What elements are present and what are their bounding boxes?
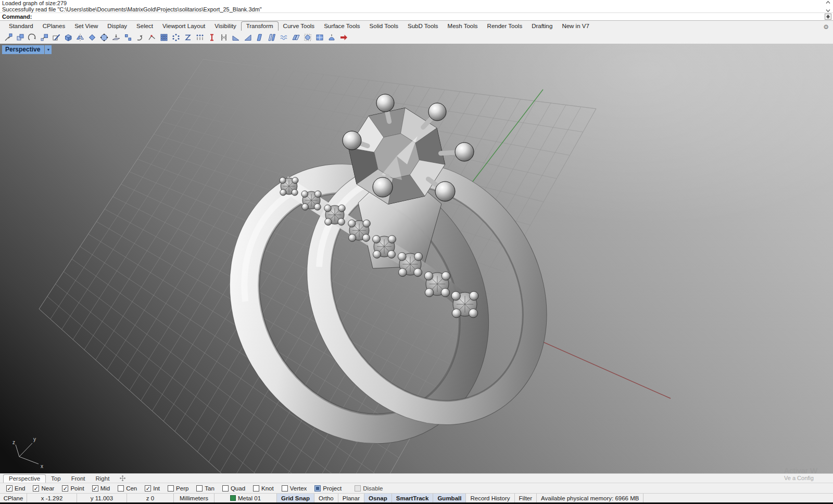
toolbar-tab-cplanes[interactable]: CPlanes — [38, 22, 70, 31]
osnap-mid-checkbox[interactable]: ✓ — [92, 485, 98, 492]
toolbar-tab-set-view[interactable]: Set View — [70, 22, 103, 31]
status-pane-ortho[interactable]: Ortho — [314, 494, 338, 502]
osnap-perp-checkbox[interactable] — [168, 485, 174, 492]
viewport-title-dropdown-icon[interactable]: ▼ — [45, 45, 52, 54]
osnap-knot-checkbox[interactable] — [253, 485, 259, 492]
status-pane-z-coordinate[interactable]: z 0 — [127, 494, 174, 502]
perspective-viewport[interactable]: z y x Perspective ▼ — [0, 44, 833, 473]
status-pane-y-coordinate[interactable]: y 11.003 — [77, 494, 127, 502]
osnap-knot[interactable]: Knot — [253, 485, 274, 492]
toolbar-tab-surface-tools[interactable]: Surface Tools — [319, 22, 364, 31]
rotate-icon[interactable] — [27, 32, 37, 43]
flow-along-surface-icon[interactable] — [290, 32, 301, 43]
dome-icon[interactable] — [326, 32, 337, 43]
command-spinner[interactable] — [825, 14, 831, 20]
viewport-title-text[interactable]: Perspective — [2, 45, 44, 54]
osnap-tan[interactable]: Tan — [196, 485, 214, 492]
status-pane-filter[interactable]: Filter — [515, 494, 537, 502]
osnap-project-checkbox[interactable] — [314, 485, 321, 492]
toolbar-tab-transform[interactable]: Transform — [241, 21, 279, 31]
osnap-near-checkbox[interactable]: ✓ — [33, 485, 39, 492]
command-history-scrollbar[interactable] — [824, 1, 831, 12]
osnap-disable[interactable]: Disable — [355, 485, 383, 492]
status-pane-planar[interactable]: Planar — [338, 494, 364, 502]
shear-icon[interactable] — [182, 32, 193, 43]
exit-icon[interactable] — [338, 32, 349, 43]
scale-icon[interactable] — [39, 32, 49, 43]
twist-icon[interactable] — [206, 32, 217, 43]
viewport-tab-top[interactable]: Top — [46, 475, 66, 482]
status-pane-cplane[interactable]: CPlane — [0, 494, 27, 502]
toolbar-tab-viewport-layout[interactable]: Viewport Layout — [158, 22, 210, 31]
move-uvn-icon[interactable] — [146, 32, 157, 43]
toolbar-tab-new-in-v7[interactable]: New in V7 — [557, 22, 594, 31]
mirror-icon[interactable] — [74, 32, 85, 43]
array-polar-icon[interactable] — [170, 32, 181, 43]
status-pane-gumball[interactable]: Gumball — [433, 494, 466, 502]
toolbar-tab-visibility[interactable]: Visibility — [210, 22, 241, 31]
osnap-vertex-checkbox[interactable] — [282, 485, 288, 492]
status-pane-record-history[interactable]: Record History — [466, 494, 514, 502]
status-pane-x-coordinate-label: x -1.292 — [41, 495, 63, 501]
osnap-near[interactable]: ✓Near — [33, 485, 54, 492]
osnap-disable-checkbox[interactable] — [355, 485, 361, 492]
osnap-end-checkbox[interactable]: ✓ — [6, 485, 12, 492]
copy-icon[interactable] — [15, 32, 26, 43]
command-prompt-row[interactable]: Command: — [0, 12, 833, 20]
orient-icon[interactable] — [51, 32, 61, 43]
osnap-int-checkbox[interactable]: ✓ — [145, 485, 151, 492]
array-along-curve-icon[interactable] — [194, 32, 205, 43]
rotate-3d-icon[interactable] — [86, 32, 97, 43]
bend-icon[interactable] — [218, 32, 229, 43]
toolbar-tab-curve-tools[interactable]: Curve Tools — [279, 22, 320, 31]
move-icon[interactable] — [3, 32, 14, 43]
array-rectangular-icon[interactable] — [158, 32, 169, 43]
osnap-mid[interactable]: ✓Mid — [92, 485, 110, 492]
toolbar-tab-render-tools[interactable]: Render Tools — [483, 22, 527, 31]
viewport-tab-front[interactable]: Front — [66, 475, 91, 482]
set-points-icon[interactable] — [122, 32, 133, 43]
osnap-cen[interactable]: Cen — [118, 485, 137, 492]
project-to-cplane-icon[interactable] — [110, 32, 121, 43]
maelstrom-icon[interactable] — [302, 32, 313, 43]
cage-edit-icon[interactable] — [98, 32, 109, 43]
osnap-project[interactable]: Project — [314, 485, 342, 492]
toolbar-tab-select[interactable]: Select — [132, 22, 158, 31]
osnap-cen-checkbox[interactable] — [118, 485, 124, 492]
toolbar-tab-mesh-tools[interactable]: Mesh Tools — [443, 22, 483, 31]
osnap-quad-checkbox[interactable] — [222, 485, 229, 492]
osnap-vertex[interactable]: Vertex — [282, 485, 307, 492]
status-pane-units[interactable]: Millimeters — [174, 494, 214, 502]
smash-icon[interactable] — [242, 32, 253, 43]
gear-icon[interactable]: ⚙ — [823, 23, 829, 31]
smooth-icon[interactable] — [278, 32, 289, 43]
four-way-arrow-icon[interactable] — [120, 475, 125, 481]
osnap-point[interactable]: ✓Point — [62, 485, 84, 492]
osnap-quad[interactable]: Quad — [222, 485, 245, 492]
orient-on-surface-icon[interactable] — [62, 32, 73, 43]
osnap-end[interactable]: ✓End — [6, 485, 25, 492]
osnap-perp[interactable]: Perp — [168, 485, 188, 492]
taper-icon[interactable] — [230, 32, 241, 43]
osnap-tan-checkbox[interactable] — [196, 485, 203, 492]
toolbar-tab-display[interactable]: Display — [103, 22, 132, 31]
toolbar-tab-standard[interactable]: Standard — [4, 22, 38, 31]
status-pane-current-layer[interactable]: Metal 01 — [214, 494, 277, 502]
osnap-int[interactable]: ✓Int — [145, 485, 160, 492]
viewport-title[interactable]: Perspective ▼ — [2, 45, 52, 54]
incline-icon[interactable] — [266, 32, 277, 43]
status-pane-smarttrack[interactable]: SmartTrack — [392, 494, 434, 502]
osnap-point-checkbox[interactable]: ✓ — [62, 485, 68, 492]
status-pane-osnap[interactable]: Osnap — [364, 494, 392, 502]
orient-on-curve-icon[interactable] — [134, 32, 145, 43]
array-on-surface-icon[interactable] — [314, 32, 325, 43]
status-pane-x-coordinate[interactable]: x -1.292 — [27, 494, 77, 502]
viewport-tab-perspective[interactable]: Perspective — [3, 474, 46, 483]
status-pane-memory[interactable]: Available physical memory: 6966 MB — [537, 494, 643, 502]
toolbar-tab-solid-tools[interactable]: Solid Tools — [365, 22, 403, 31]
toolbar-tab-drafting[interactable]: Drafting — [527, 22, 557, 31]
status-pane-grid-snap[interactable]: Grid Snap — [277, 494, 314, 502]
toolbar-tab-subd-tools[interactable]: SubD Tools — [403, 22, 443, 31]
stretch-icon[interactable] — [254, 32, 265, 43]
viewport-tab-right[interactable]: Right — [90, 475, 115, 482]
